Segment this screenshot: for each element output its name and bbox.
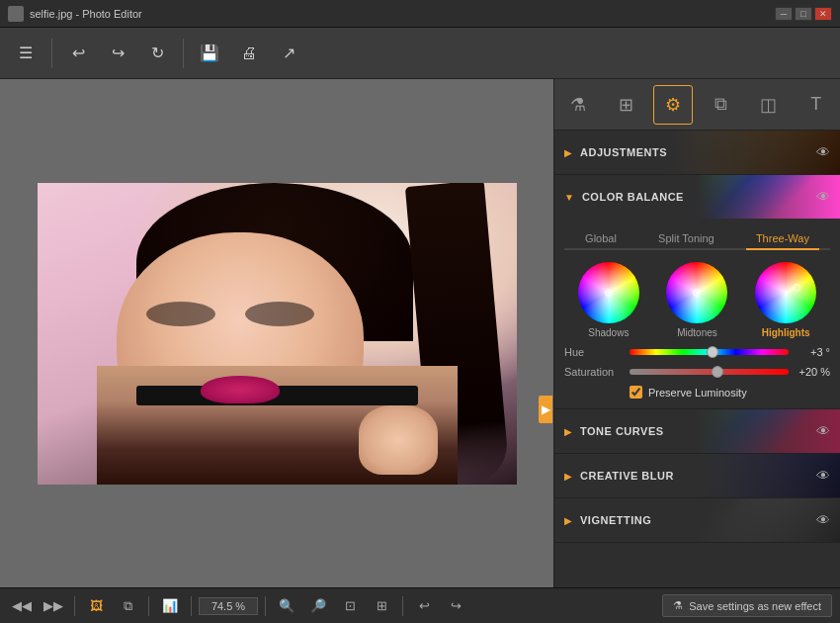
histogram-button[interactable]: 📊 (156, 594, 184, 618)
vignetting-label: VIGNETTING (580, 514, 810, 526)
creative-blur-header[interactable]: ▶ CREATIVE BLUR 👁 (554, 454, 840, 497)
titlebar: selfie.jpg - Photo Editor ─ □ ✕ (0, 0, 840, 28)
zoom-out-button[interactable]: 🔍 (273, 594, 300, 618)
undo-status-button[interactable]: ↩ (410, 594, 438, 618)
tab-three-way[interactable]: Three-Way (746, 228, 819, 250)
color-balance-header[interactable]: ▼ COLOR BALANCE 👁 (554, 175, 840, 219)
midtones-label: Midtones (677, 327, 717, 338)
vignetting-eye-icon[interactable]: 👁 (816, 512, 830, 528)
adjustments-header[interactable]: ▶ ADJUSTMENTS 👁 (554, 131, 840, 174)
adjustments-arrow: ▶ (564, 147, 572, 158)
creative-blur-arrow: ▶ (564, 471, 572, 482)
preserve-luminosity-checkbox[interactable] (630, 386, 642, 399)
zoom-in-button[interactable]: 🔎 (304, 594, 332, 618)
status-sep-2 (148, 596, 149, 616)
creative-blur-eye-icon[interactable]: 👁 (816, 468, 830, 484)
prev-frame-button[interactable]: ◀◀ (8, 594, 36, 618)
adjustments-label: ADJUSTMENTS (580, 146, 810, 158)
export-button[interactable]: ↗ (271, 36, 306, 71)
highlights-wheel-container: Highlights (755, 262, 816, 338)
hue-slider-row: Hue +3 ° (564, 346, 830, 358)
vignetting-header[interactable]: ▶ VIGNETTING 👁 (554, 498, 840, 542)
zoom-selection-button[interactable]: ⊞ (368, 594, 395, 618)
save-button[interactable]: 💾 (192, 36, 227, 71)
tab-split-toning[interactable]: Split Toning (648, 228, 724, 250)
hand (359, 405, 438, 475)
left-eye-shadow (146, 302, 215, 326)
panel-expand-arrow[interactable]: ▶ (539, 396, 552, 423)
redo-status-button[interactable]: ↪ (442, 594, 469, 618)
close-button[interactable]: ✕ (814, 7, 832, 21)
print-button[interactable]: 🖨 (231, 36, 267, 71)
window-controls: ─ □ ✕ (775, 7, 832, 21)
midtones-wheel[interactable] (666, 262, 727, 323)
save-effect-button[interactable]: ⚗ Save settings as new effect (662, 594, 832, 617)
redo-button[interactable]: ↻ (139, 36, 175, 71)
color-wheels-row: Shadows Midtones Highlight (564, 262, 830, 338)
toolbar-separator (51, 39, 52, 68)
color-balance-label: COLOR BALANCE (582, 191, 810, 203)
hue-label: Hue (564, 346, 624, 358)
panel-tabs: ⚗ ⊞ ⚙ ⧉ ◫ T (554, 79, 840, 131)
tone-curves-eye-icon[interactable]: 👁 (816, 423, 830, 439)
effects-tab[interactable]: ◫ (749, 85, 789, 125)
adjust-tab[interactable]: ⚙ (653, 85, 693, 125)
panel-spacer (554, 543, 840, 587)
midtones-wheel-dot (693, 289, 701, 297)
layers-button[interactable]: ⧉ (114, 594, 141, 618)
shadows-wheel-dot (605, 289, 613, 297)
mode-tabs: Global Split Toning Three-Way (564, 228, 830, 250)
next-frame-button[interactable]: ▶▶ (40, 594, 67, 618)
right-eye-shadow (245, 302, 314, 326)
undo2-button[interactable]: ↪ (100, 36, 135, 71)
creative-blur-label: CREATIVE BLUR (580, 470, 810, 482)
color-balance-eye-icon[interactable]: 👁 (816, 189, 830, 205)
saturation-label: Saturation (564, 366, 624, 378)
preserve-luminosity-label[interactable]: Preserve Luminosity (648, 387, 747, 399)
creative-blur-section: ▶ CREATIVE BLUR 👁 (554, 454, 840, 498)
zoom-display[interactable]: 74.5 % (199, 597, 258, 615)
status-sep-5 (402, 596, 403, 616)
filter-tab[interactable]: ⚗ (558, 85, 598, 125)
tab-global[interactable]: Global (575, 228, 627, 250)
adjustments-section: ▶ ADJUSTMENTS 👁 (554, 131, 840, 175)
maximize-button[interactable]: □ (795, 7, 812, 21)
tone-curves-section: ▶ TONE CURVES 👁 (554, 409, 840, 454)
status-sep-4 (265, 596, 266, 616)
canvas-area (0, 79, 553, 587)
saturation-thumb[interactable] (712, 366, 723, 378)
hue-value: +3 ° (795, 346, 830, 358)
image-info-button[interactable]: 🖼 (82, 594, 110, 618)
hue-track[interactable] (630, 349, 789, 355)
main-content: ⚗ ⊞ ⚙ ⧉ ◫ T ▶ ADJUSTMENTS 👁 ▼ COLOR BALA… (0, 79, 840, 587)
saturation-track[interactable] (630, 369, 789, 375)
highlights-label: Highlights (762, 327, 810, 338)
highlights-wheel-dot (793, 284, 800, 292)
color-balance-arrow: ▼ (564, 192, 574, 203)
vignetting-section: ▶ VIGNETTING 👁 (554, 498, 840, 543)
shadows-label: Shadows (588, 327, 629, 338)
highlights-wheel[interactable] (755, 262, 816, 323)
layers-tab[interactable]: ⧉ (702, 85, 741, 125)
menu-button[interactable]: ☰ (8, 36, 43, 71)
crop-tab[interactable]: ⊞ (606, 85, 645, 125)
right-panel: ⚗ ⊞ ⚙ ⧉ ◫ T ▶ ADJUSTMENTS 👁 ▼ COLOR BALA… (553, 79, 840, 587)
window-title: selfie.jpg - Photo Editor (30, 8, 142, 20)
text-tab[interactable]: T (797, 85, 836, 125)
minimize-button[interactable]: ─ (775, 7, 793, 21)
preserve-luminosity-row: Preserve Luminosity (564, 386, 830, 399)
statusbar: ◀◀ ▶▶ 🖼 ⧉ 📊 74.5 % 🔍 🔎 ⊡ ⊞ ↩ ↪ ⚗ Save se… (0, 587, 840, 623)
hue-thumb[interactable] (707, 346, 718, 358)
color-balance-content: Global Split Toning Three-Way Shadows (554, 219, 840, 408)
vignetting-arrow: ▶ (564, 515, 572, 526)
undo-button[interactable]: ↩ (60, 36, 96, 71)
tone-curves-label: TONE CURVES (580, 425, 810, 437)
saturation-slider-row: Saturation +20 % (564, 366, 830, 378)
fit-button[interactable]: ⊡ (336, 594, 364, 618)
toolbar-separator-2 (183, 39, 184, 68)
adjustments-eye-icon[interactable]: 👁 (816, 144, 830, 160)
tone-curves-header[interactable]: ▶ TONE CURVES 👁 (554, 409, 840, 453)
shadows-wheel[interactable] (578, 262, 639, 323)
status-sep-1 (74, 596, 75, 616)
status-sep-3 (191, 596, 192, 616)
